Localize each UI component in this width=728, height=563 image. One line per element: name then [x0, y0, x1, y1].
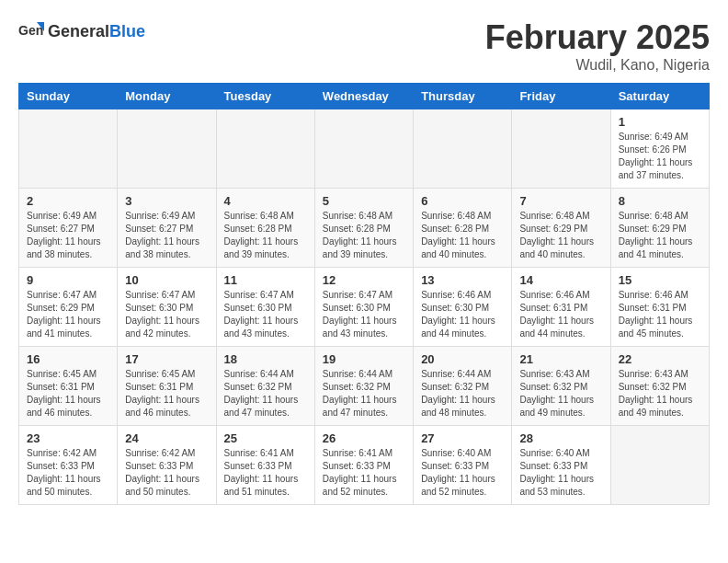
calendar-cell: 4Sunrise: 6:48 AM Sunset: 6:28 PM Daylig… [216, 189, 314, 268]
calendar-cell: 17Sunrise: 6:45 AM Sunset: 6:31 PM Dayli… [118, 347, 216, 426]
day-number: 25 [224, 431, 307, 445]
day-number: 3 [125, 194, 208, 208]
day-info: Sunrise: 6:47 AM Sunset: 6:30 PM Dayligh… [224, 289, 307, 340]
day-info: Sunrise: 6:42 AM Sunset: 6:33 PM Dayligh… [27, 447, 109, 499]
calendar-cell [414, 109, 512, 189]
header: Gen General Blue February 2025 Wudil, Ka… [18, 18, 710, 74]
calendar-week-1: 1Sunrise: 6:49 AM Sunset: 6:26 PM Daylig… [19, 109, 710, 189]
day-number: 18 [224, 352, 307, 366]
day-number: 2 [27, 194, 109, 208]
calendar-cell: 7Sunrise: 6:48 AM Sunset: 6:29 PM Daylig… [512, 189, 610, 268]
calendar-cell: 19Sunrise: 6:44 AM Sunset: 6:32 PM Dayli… [314, 347, 413, 426]
calendar-week-3: 9Sunrise: 6:47 AM Sunset: 6:29 PM Daylig… [19, 268, 710, 347]
day-info: Sunrise: 6:48 AM Sunset: 6:29 PM Dayligh… [519, 210, 602, 261]
day-info: Sunrise: 6:41 AM Sunset: 6:33 PM Dayligh… [323, 447, 405, 499]
day-number: 15 [619, 273, 701, 287]
calendar-cell [19, 109, 118, 189]
day-info: Sunrise: 6:46 AM Sunset: 6:31 PM Dayligh… [619, 289, 701, 340]
calendar-cell: 5Sunrise: 6:48 AM Sunset: 6:28 PM Daylig… [314, 189, 413, 268]
day-info: Sunrise: 6:48 AM Sunset: 6:28 PM Dayligh… [421, 210, 504, 261]
calendar-cell: 12Sunrise: 6:47 AM Sunset: 6:30 PM Dayli… [314, 268, 413, 347]
day-number: 8 [619, 194, 701, 208]
calendar-cell: 3Sunrise: 6:49 AM Sunset: 6:27 PM Daylig… [118, 189, 216, 268]
calendar-cell: 9Sunrise: 6:47 AM Sunset: 6:29 PM Daylig… [19, 268, 118, 347]
calendar-cell: 11Sunrise: 6:47 AM Sunset: 6:30 PM Dayli… [216, 268, 314, 347]
day-info: Sunrise: 6:44 AM Sunset: 6:32 PM Dayligh… [323, 368, 405, 419]
day-info: Sunrise: 6:48 AM Sunset: 6:28 PM Dayligh… [323, 210, 405, 261]
calendar-cell: 27Sunrise: 6:40 AM Sunset: 6:33 PM Dayli… [414, 426, 512, 505]
day-number: 24 [125, 431, 208, 445]
calendar-cell [314, 109, 413, 189]
day-number: 14 [519, 273, 602, 287]
calendar-cell [216, 109, 314, 189]
logo-general: General [48, 22, 109, 41]
day-info: Sunrise: 6:40 AM Sunset: 6:33 PM Dayligh… [519, 447, 602, 499]
calendar-cell: 23Sunrise: 6:42 AM Sunset: 6:33 PM Dayli… [19, 426, 118, 505]
day-info: Sunrise: 6:47 AM Sunset: 6:29 PM Dayligh… [27, 289, 109, 340]
calendar-cell: 20Sunrise: 6:44 AM Sunset: 6:32 PM Dayli… [414, 347, 512, 426]
day-number: 22 [619, 352, 701, 366]
day-number: 28 [519, 431, 602, 445]
day-info: Sunrise: 6:43 AM Sunset: 6:32 PM Dayligh… [619, 368, 701, 419]
day-number: 4 [224, 194, 307, 208]
calendar-cell: 10Sunrise: 6:47 AM Sunset: 6:30 PM Dayli… [118, 268, 216, 347]
title-section: February 2025 Wudil, Kano, Nigeria [485, 18, 710, 74]
calendar-subtitle: Wudil, Kano, Nigeria [485, 57, 710, 74]
day-number: 7 [519, 194, 602, 208]
day-info: Sunrise: 6:46 AM Sunset: 6:30 PM Dayligh… [421, 289, 504, 340]
calendar-cell: 26Sunrise: 6:41 AM Sunset: 6:33 PM Dayli… [314, 426, 413, 505]
calendar-week-2: 2Sunrise: 6:49 AM Sunset: 6:27 PM Daylig… [19, 189, 710, 268]
day-number: 19 [323, 352, 405, 366]
calendar-cell: 6Sunrise: 6:48 AM Sunset: 6:28 PM Daylig… [414, 189, 512, 268]
day-number: 12 [323, 273, 405, 287]
calendar-cell: 28Sunrise: 6:40 AM Sunset: 6:33 PM Dayli… [512, 426, 610, 505]
day-number: 10 [125, 273, 208, 287]
calendar-cell: 18Sunrise: 6:44 AM Sunset: 6:32 PM Dayli… [216, 347, 314, 426]
day-info: Sunrise: 6:49 AM Sunset: 6:27 PM Dayligh… [125, 210, 208, 261]
day-number: 20 [421, 352, 504, 366]
calendar-body: 1Sunrise: 6:49 AM Sunset: 6:26 PM Daylig… [19, 109, 710, 505]
day-info: Sunrise: 6:41 AM Sunset: 6:33 PM Dayligh… [224, 447, 307, 499]
day-number: 5 [323, 194, 405, 208]
calendar-cell: 22Sunrise: 6:43 AM Sunset: 6:32 PM Dayli… [610, 347, 709, 426]
day-info: Sunrise: 6:46 AM Sunset: 6:31 PM Dayligh… [519, 289, 602, 340]
calendar-cell: 16Sunrise: 6:45 AM Sunset: 6:31 PM Dayli… [19, 347, 118, 426]
logo-blue: Blue [109, 22, 145, 41]
weekday-header-tuesday: Tuesday [216, 84, 314, 109]
calendar-title: February 2025 [485, 18, 710, 57]
weekday-header-friday: Friday [512, 84, 610, 109]
day-info: Sunrise: 6:48 AM Sunset: 6:28 PM Dayligh… [224, 210, 307, 261]
day-number: 26 [323, 431, 405, 445]
calendar-cell [512, 109, 610, 189]
calendar-cell: 14Sunrise: 6:46 AM Sunset: 6:31 PM Dayli… [512, 268, 610, 347]
day-number: 17 [125, 352, 208, 366]
day-info: Sunrise: 6:45 AM Sunset: 6:31 PM Dayligh… [27, 368, 109, 419]
calendar-cell: 8Sunrise: 6:48 AM Sunset: 6:29 PM Daylig… [610, 189, 709, 268]
calendar-week-5: 23Sunrise: 6:42 AM Sunset: 6:33 PM Dayli… [19, 426, 710, 505]
calendar-week-4: 16Sunrise: 6:45 AM Sunset: 6:31 PM Dayli… [19, 347, 710, 426]
day-info: Sunrise: 6:48 AM Sunset: 6:29 PM Dayligh… [619, 210, 701, 261]
day-number: 13 [421, 273, 504, 287]
weekday-header-sunday: Sunday [19, 84, 118, 109]
day-number: 27 [421, 431, 504, 445]
calendar-cell: 1Sunrise: 6:49 AM Sunset: 6:26 PM Daylig… [610, 109, 709, 189]
day-number: 1 [619, 115, 701, 129]
calendar-cell: 25Sunrise: 6:41 AM Sunset: 6:33 PM Dayli… [216, 426, 314, 505]
day-info: Sunrise: 6:43 AM Sunset: 6:32 PM Dayligh… [519, 368, 602, 419]
calendar-cell: 2Sunrise: 6:49 AM Sunset: 6:27 PM Daylig… [19, 189, 118, 268]
day-number: 23 [27, 431, 109, 445]
logo: Gen General Blue [18, 18, 145, 44]
day-info: Sunrise: 6:49 AM Sunset: 6:26 PM Dayligh… [619, 131, 701, 182]
day-info: Sunrise: 6:44 AM Sunset: 6:32 PM Dayligh… [421, 368, 504, 419]
calendar-cell: 21Sunrise: 6:43 AM Sunset: 6:32 PM Dayli… [512, 347, 610, 426]
day-number: 21 [519, 352, 602, 366]
weekday-header-wednesday: Wednesday [314, 84, 413, 109]
logo-icon: Gen [18, 18, 44, 44]
day-info: Sunrise: 6:49 AM Sunset: 6:27 PM Dayligh… [27, 210, 109, 261]
weekday-header-monday: Monday [118, 84, 216, 109]
weekday-header-thursday: Thursday [414, 84, 512, 109]
weekday-header-row: SundayMondayTuesdayWednesdayThursdayFrid… [19, 84, 710, 109]
weekday-header-saturday: Saturday [610, 84, 709, 109]
calendar-cell: 24Sunrise: 6:42 AM Sunset: 6:33 PM Dayli… [118, 426, 216, 505]
calendar-cell [118, 109, 216, 189]
